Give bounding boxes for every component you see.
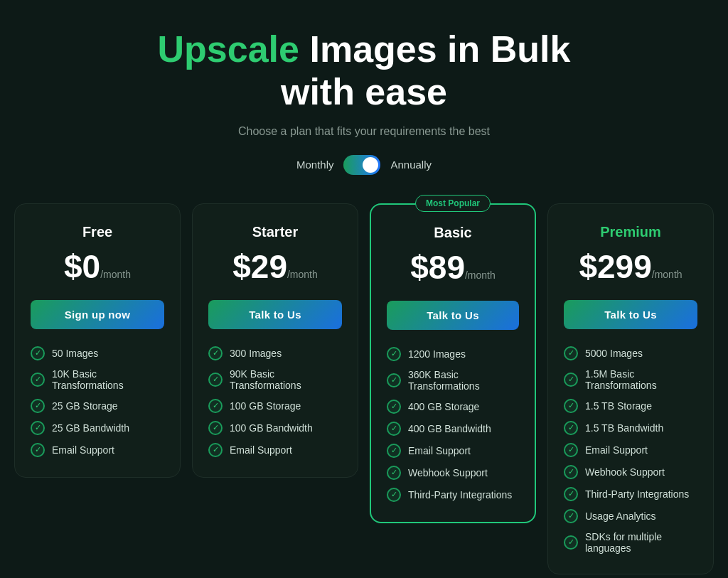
feature-text: 10K Basic Transformations (52, 368, 164, 391)
main-headline: Upscale Images in Bulkwith ease (14, 28, 714, 114)
feature-item: ✓ 10K Basic Transformations (31, 368, 164, 391)
check-icon: ✓ (387, 466, 401, 480)
feature-text: Email Support (230, 444, 292, 456)
plan-cta-button[interactable]: Sign up now (31, 300, 164, 329)
feature-item: ✓ 90K Basic Transformations (208, 368, 342, 391)
check-icon: ✓ (387, 488, 401, 502)
features-list: ✓ 300 Images ✓ 90K Basic Transformations… (208, 346, 342, 457)
check-icon: ✓ (387, 422, 401, 436)
feature-item: ✓ 100 GB Bandwidth (208, 421, 342, 435)
plan-cta-button[interactable]: Talk to Us (564, 300, 697, 329)
feature-item: ✓ 1.5M Basic Transformations (564, 368, 697, 391)
plan-price: $29/month (208, 247, 342, 286)
check-icon: ✓ (387, 400, 401, 414)
check-icon: ✓ (208, 421, 223, 435)
subtitle-text: Choose a plan that fits your requirement… (14, 125, 714, 138)
billing-toggle[interactable] (343, 155, 380, 175)
check-icon: ✓ (208, 346, 223, 360)
feature-item: ✓ Third-Party Integrations (387, 488, 519, 502)
plan-price: $299/month (564, 247, 697, 286)
feature-item: ✓ Usage Analytics (564, 509, 697, 523)
plan-name: Starter (208, 224, 342, 240)
feature-text: Email Support (408, 445, 471, 456)
feature-item: ✓ 25 GB Storage (31, 399, 164, 413)
feature-item: ✓ 25 GB Bandwidth (31, 421, 164, 435)
feature-text: 1.5M Basic Transformations (585, 368, 697, 391)
feature-text: Email Support (585, 444, 648, 456)
check-icon: ✓ (31, 346, 45, 360)
feature-item: ✓ Email Support (31, 443, 164, 457)
price-amount: $89 (410, 249, 465, 286)
annually-label: Annually (390, 159, 432, 171)
price-period: /month (100, 269, 131, 280)
feature-text: 400 GB Bandwidth (408, 423, 491, 434)
headline-rest: Images in Bulkwith ease (281, 28, 571, 112)
feature-item: ✓ 5000 Images (564, 346, 697, 360)
check-icon: ✓ (387, 444, 401, 458)
plan-cta-button[interactable]: Talk to Us (208, 300, 342, 329)
feature-text: 50 Images (52, 348, 98, 359)
billing-toggle-container: Monthly Annually (14, 155, 714, 175)
feature-text: Third-Party Integrations (408, 489, 512, 501)
features-list: ✓ 50 Images ✓ 10K Basic Transformations … (31, 346, 164, 457)
check-icon: ✓ (208, 373, 223, 387)
plan-price: $0/month (31, 247, 164, 286)
check-icon: ✓ (564, 535, 578, 550)
feature-item: ✓ Webhook Support (387, 466, 519, 480)
feature-item: ✓ 400 GB Bandwidth (387, 422, 519, 436)
feature-item: ✓ 1.5 TB Storage (564, 399, 697, 413)
feature-text: 5000 Images (585, 348, 643, 359)
feature-item: ✓ Email Support (208, 443, 342, 457)
price-amount: $0 (64, 248, 100, 285)
check-icon: ✓ (387, 373, 401, 387)
check-icon: ✓ (31, 373, 45, 387)
monthly-label: Monthly (296, 159, 334, 171)
price-period: /month (652, 269, 682, 280)
plan-card-free: Free $0/month Sign up now ✓ 50 Images ✓ … (14, 203, 181, 478)
plan-name: Free (31, 224, 164, 240)
check-icon: ✓ (564, 465, 578, 479)
feature-item: ✓ 400 GB Storage (387, 400, 519, 414)
feature-item: ✓ Email Support (564, 443, 697, 457)
price-period: /month (287, 269, 318, 280)
feature-item: ✓ 100 GB Storage (208, 399, 342, 413)
feature-text: 25 GB Bandwidth (52, 422, 129, 434)
feature-text: 1.5 TB Storage (585, 400, 652, 412)
feature-item: ✓ 1.5 TB Bandwidth (564, 421, 697, 435)
plan-card-premium: Premium $299/month Talk to Us ✓ 5000 Ima… (547, 203, 714, 574)
feature-item: ✓ 50 Images (31, 346, 164, 360)
feature-item: ✓ Webhook Support (564, 465, 697, 479)
check-icon: ✓ (387, 347, 401, 361)
feature-item: ✓ Email Support (387, 444, 519, 458)
feature-text: 360K Basic Transformations (408, 369, 519, 392)
feature-text: Usage Analytics (585, 510, 656, 522)
check-icon: ✓ (31, 443, 45, 457)
check-icon: ✓ (564, 421, 578, 435)
feature-text: 1200 Images (408, 348, 466, 360)
price-period: /month (465, 269, 496, 281)
feature-text: 100 GB Bandwidth (230, 422, 313, 434)
feature-item: ✓ SDKs for multiple languages (564, 531, 697, 554)
price-amount: $299 (579, 248, 651, 285)
check-icon: ✓ (31, 421, 45, 435)
check-icon: ✓ (564, 399, 578, 413)
feature-text: Webhook Support (585, 466, 665, 478)
plan-card-basic: Most Popular Basic $89/month Talk to Us … (370, 203, 536, 523)
header-section: Upscale Images in Bulkwith ease Choose a… (14, 28, 714, 175)
plan-price: $89/month (387, 248, 519, 287)
feature-text: Webhook Support (408, 467, 488, 478)
plan-name: Premium (564, 224, 697, 240)
feature-text: 25 GB Storage (52, 400, 118, 412)
toggle-thumb (363, 157, 378, 173)
feature-item: ✓ 360K Basic Transformations (387, 369, 519, 392)
feature-text: 90K Basic Transformations (230, 368, 342, 391)
feature-text: SDKs for multiple languages (585, 531, 697, 554)
feature-text: 300 Images (230, 348, 282, 359)
check-icon: ✓ (564, 373, 578, 387)
feature-item: ✓ 300 Images (208, 346, 342, 360)
check-icon: ✓ (31, 399, 45, 413)
check-icon: ✓ (564, 509, 578, 523)
check-icon: ✓ (208, 443, 223, 457)
plan-card-starter: Starter $29/month Talk to Us ✓ 300 Image… (192, 203, 358, 478)
plan-cta-button[interactable]: Talk to Us (387, 301, 519, 330)
